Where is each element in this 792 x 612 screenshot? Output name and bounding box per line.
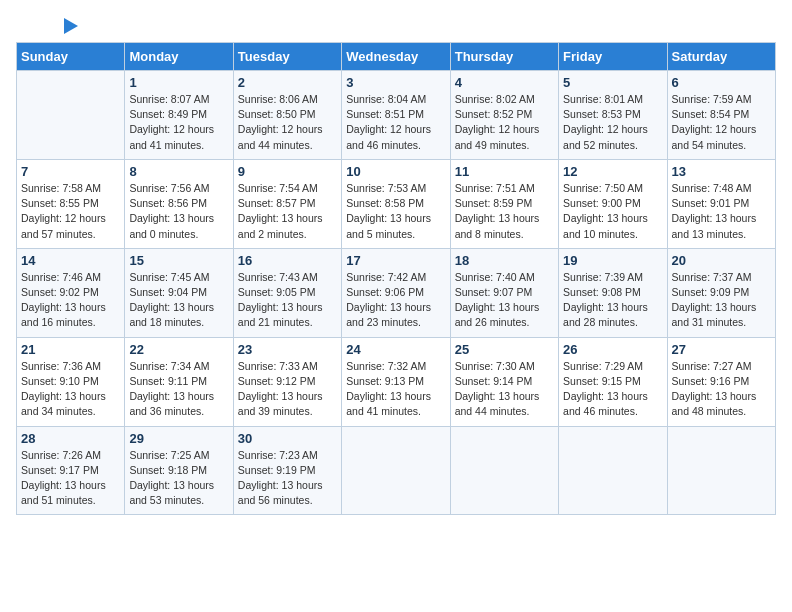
calendar-cell — [342, 426, 450, 515]
day-info: Sunrise: 7:30 AMSunset: 9:14 PMDaylight:… — [455, 359, 554, 420]
calendar-cell: 27Sunrise: 7:27 AMSunset: 9:16 PMDayligh… — [667, 337, 775, 426]
calendar-cell: 17Sunrise: 7:42 AMSunset: 9:06 PMDayligh… — [342, 248, 450, 337]
weekday-header: Friday — [559, 43, 667, 71]
day-number: 17 — [346, 253, 445, 268]
calendar-cell: 24Sunrise: 7:32 AMSunset: 9:13 PMDayligh… — [342, 337, 450, 426]
calendar-cell: 18Sunrise: 7:40 AMSunset: 9:07 PMDayligh… — [450, 248, 558, 337]
day-info: Sunrise: 7:54 AMSunset: 8:57 PMDaylight:… — [238, 181, 337, 242]
day-info: Sunrise: 8:06 AMSunset: 8:50 PMDaylight:… — [238, 92, 337, 153]
day-number: 14 — [21, 253, 120, 268]
day-info: Sunrise: 7:58 AMSunset: 8:55 PMDaylight:… — [21, 181, 120, 242]
calendar-week-row: 21Sunrise: 7:36 AMSunset: 9:10 PMDayligh… — [17, 337, 776, 426]
logo — [16, 16, 78, 34]
weekday-header: Saturday — [667, 43, 775, 71]
calendar-cell: 15Sunrise: 7:45 AMSunset: 9:04 PMDayligh… — [125, 248, 233, 337]
day-info: Sunrise: 7:32 AMSunset: 9:13 PMDaylight:… — [346, 359, 445, 420]
day-number: 2 — [238, 75, 337, 90]
day-info: Sunrise: 7:26 AMSunset: 9:17 PMDaylight:… — [21, 448, 120, 509]
day-number: 26 — [563, 342, 662, 357]
day-number: 11 — [455, 164, 554, 179]
calendar-cell: 10Sunrise: 7:53 AMSunset: 8:58 PMDayligh… — [342, 159, 450, 248]
weekday-header: Sunday — [17, 43, 125, 71]
page-header — [16, 16, 776, 34]
day-info: Sunrise: 7:29 AMSunset: 9:15 PMDaylight:… — [563, 359, 662, 420]
day-info: Sunrise: 7:27 AMSunset: 9:16 PMDaylight:… — [672, 359, 771, 420]
day-info: Sunrise: 8:04 AMSunset: 8:51 PMDaylight:… — [346, 92, 445, 153]
calendar-cell: 28Sunrise: 7:26 AMSunset: 9:17 PMDayligh… — [17, 426, 125, 515]
calendar-cell: 3Sunrise: 8:04 AMSunset: 8:51 PMDaylight… — [342, 71, 450, 160]
calendar-cell — [450, 426, 558, 515]
day-number: 24 — [346, 342, 445, 357]
calendar-cell: 8Sunrise: 7:56 AMSunset: 8:56 PMDaylight… — [125, 159, 233, 248]
calendar-cell: 5Sunrise: 8:01 AMSunset: 8:53 PMDaylight… — [559, 71, 667, 160]
day-info: Sunrise: 8:01 AMSunset: 8:53 PMDaylight:… — [563, 92, 662, 153]
calendar-cell — [559, 426, 667, 515]
calendar-cell: 21Sunrise: 7:36 AMSunset: 9:10 PMDayligh… — [17, 337, 125, 426]
day-number: 1 — [129, 75, 228, 90]
day-number: 9 — [238, 164, 337, 179]
calendar-cell — [667, 426, 775, 515]
calendar-cell: 1Sunrise: 8:07 AMSunset: 8:49 PMDaylight… — [125, 71, 233, 160]
calendar-cell: 29Sunrise: 7:25 AMSunset: 9:18 PMDayligh… — [125, 426, 233, 515]
calendar-cell: 2Sunrise: 8:06 AMSunset: 8:50 PMDaylight… — [233, 71, 341, 160]
day-info: Sunrise: 7:39 AMSunset: 9:08 PMDaylight:… — [563, 270, 662, 331]
day-info: Sunrise: 7:40 AMSunset: 9:07 PMDaylight:… — [455, 270, 554, 331]
day-number: 18 — [455, 253, 554, 268]
day-number: 28 — [21, 431, 120, 446]
day-number: 20 — [672, 253, 771, 268]
day-number: 3 — [346, 75, 445, 90]
calendar-header: SundayMondayTuesdayWednesdayThursdayFrid… — [17, 43, 776, 71]
day-number: 25 — [455, 342, 554, 357]
day-number: 15 — [129, 253, 228, 268]
day-number: 12 — [563, 164, 662, 179]
calendar-cell: 22Sunrise: 7:34 AMSunset: 9:11 PMDayligh… — [125, 337, 233, 426]
day-info: Sunrise: 8:07 AMSunset: 8:49 PMDaylight:… — [129, 92, 228, 153]
calendar-cell — [17, 71, 125, 160]
day-number: 8 — [129, 164, 228, 179]
calendar-cell: 25Sunrise: 7:30 AMSunset: 9:14 PMDayligh… — [450, 337, 558, 426]
day-number: 21 — [21, 342, 120, 357]
calendar-cell: 30Sunrise: 7:23 AMSunset: 9:19 PMDayligh… — [233, 426, 341, 515]
calendar-cell: 9Sunrise: 7:54 AMSunset: 8:57 PMDaylight… — [233, 159, 341, 248]
day-info: Sunrise: 7:59 AMSunset: 8:54 PMDaylight:… — [672, 92, 771, 153]
day-info: Sunrise: 8:02 AMSunset: 8:52 PMDaylight:… — [455, 92, 554, 153]
day-info: Sunrise: 7:33 AMSunset: 9:12 PMDaylight:… — [238, 359, 337, 420]
calendar-week-row: 1Sunrise: 8:07 AMSunset: 8:49 PMDaylight… — [17, 71, 776, 160]
day-number: 4 — [455, 75, 554, 90]
day-info: Sunrise: 7:56 AMSunset: 8:56 PMDaylight:… — [129, 181, 228, 242]
day-info: Sunrise: 7:36 AMSunset: 9:10 PMDaylight:… — [21, 359, 120, 420]
weekday-header: Tuesday — [233, 43, 341, 71]
calendar-cell: 7Sunrise: 7:58 AMSunset: 8:55 PMDaylight… — [17, 159, 125, 248]
logo-arrow-icon — [64, 18, 78, 34]
day-info: Sunrise: 7:53 AMSunset: 8:58 PMDaylight:… — [346, 181, 445, 242]
day-info: Sunrise: 7:48 AMSunset: 9:01 PMDaylight:… — [672, 181, 771, 242]
day-number: 30 — [238, 431, 337, 446]
calendar-cell: 4Sunrise: 8:02 AMSunset: 8:52 PMDaylight… — [450, 71, 558, 160]
day-info: Sunrise: 7:50 AMSunset: 9:00 PMDaylight:… — [563, 181, 662, 242]
day-number: 16 — [238, 253, 337, 268]
day-number: 7 — [21, 164, 120, 179]
day-number: 5 — [563, 75, 662, 90]
calendar-cell: 26Sunrise: 7:29 AMSunset: 9:15 PMDayligh… — [559, 337, 667, 426]
day-info: Sunrise: 7:51 AMSunset: 8:59 PMDaylight:… — [455, 181, 554, 242]
day-info: Sunrise: 7:46 AMSunset: 9:02 PMDaylight:… — [21, 270, 120, 331]
day-number: 19 — [563, 253, 662, 268]
day-number: 27 — [672, 342, 771, 357]
calendar-cell: 16Sunrise: 7:43 AMSunset: 9:05 PMDayligh… — [233, 248, 341, 337]
day-info: Sunrise: 7:34 AMSunset: 9:11 PMDaylight:… — [129, 359, 228, 420]
calendar-week-row: 7Sunrise: 7:58 AMSunset: 8:55 PMDaylight… — [17, 159, 776, 248]
calendar-cell: 14Sunrise: 7:46 AMSunset: 9:02 PMDayligh… — [17, 248, 125, 337]
calendar-table: SundayMondayTuesdayWednesdayThursdayFrid… — [16, 42, 776, 515]
calendar-cell: 20Sunrise: 7:37 AMSunset: 9:09 PMDayligh… — [667, 248, 775, 337]
day-info: Sunrise: 7:45 AMSunset: 9:04 PMDaylight:… — [129, 270, 228, 331]
day-number: 29 — [129, 431, 228, 446]
day-info: Sunrise: 7:43 AMSunset: 9:05 PMDaylight:… — [238, 270, 337, 331]
calendar-week-row: 28Sunrise: 7:26 AMSunset: 9:17 PMDayligh… — [17, 426, 776, 515]
day-number: 10 — [346, 164, 445, 179]
day-info: Sunrise: 7:23 AMSunset: 9:19 PMDaylight:… — [238, 448, 337, 509]
day-number: 22 — [129, 342, 228, 357]
day-info: Sunrise: 7:42 AMSunset: 9:06 PMDaylight:… — [346, 270, 445, 331]
day-number: 23 — [238, 342, 337, 357]
calendar-cell: 23Sunrise: 7:33 AMSunset: 9:12 PMDayligh… — [233, 337, 341, 426]
calendar-cell: 12Sunrise: 7:50 AMSunset: 9:00 PMDayligh… — [559, 159, 667, 248]
